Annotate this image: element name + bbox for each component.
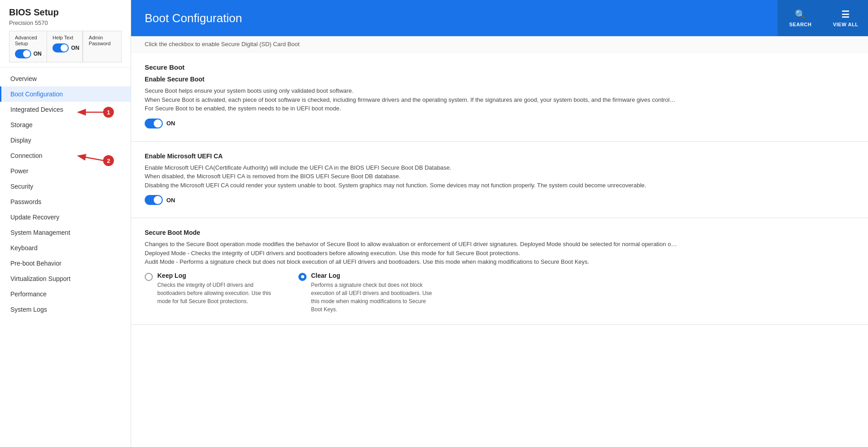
microsoft-uefi-desc: Enable Microsoft UEFI CA(Certificate Aut… — [145, 163, 854, 190]
sidebar-item-passwords[interactable]: Passwords — [0, 194, 131, 209]
microsoft-uefi-desc2: When disabled, the Microsoft UEFI CA is … — [145, 173, 401, 180]
sidebar-item-system-management[interactable]: System Management — [0, 225, 131, 240]
sidebar-header: BIOS Setup Precision 5570 Advanced Setup… — [0, 0, 131, 67]
secure-boot-section-label: Secure Boot — [145, 63, 854, 71]
microsoft-uefi-state: ON — [166, 197, 175, 204]
enable-secure-boot-toggle-row: ON — [145, 119, 854, 128]
view-all-label: VIEW ALL — [833, 22, 858, 27]
sidebar-item-overview[interactable]: Overview — [0, 71, 131, 86]
sidebar-item-update-recovery[interactable]: Update Recovery — [0, 209, 131, 225]
enable-secure-boot-desc: Secure Boot helps ensure your system boo… — [145, 86, 854, 113]
secure-boot-mode-label: Secure Boot Mode — [145, 229, 854, 236]
advanced-setup-toggle-block: Advanced Setup ON — [9, 31, 47, 62]
search-label: SEARCH — [789, 22, 811, 27]
main-content: Boot Configuration 🔍 SEARCH ☰ VIEW ALL C… — [131, 0, 868, 447]
sidebar-item-pre-boot-behavior[interactable]: Pre-boot Behavior — [0, 256, 131, 271]
secure-boot-mode-desc: Changes to the Secure Boot operation mod… — [145, 240, 854, 266]
top-bar: Boot Configuration 🔍 SEARCH ☰ VIEW ALL — [131, 0, 868, 36]
enable-desc-2: When Secure Boot is activated, each piec… — [145, 96, 675, 103]
help-text-toggle-block: Help Text ON — [47, 31, 83, 62]
keep-log-radio[interactable] — [145, 273, 153, 281]
sidebar-item-integrated-devices[interactable]: Integrated Devices — [0, 102, 131, 117]
sidebar-item-keyboard[interactable]: Keyboard — [0, 240, 131, 256]
radio-keep-log: Keep Log Checks the integrity of UDFI dr… — [145, 272, 280, 314]
enable-secure-boot-toggle[interactable] — [145, 119, 163, 128]
app-title: BIOS Setup — [9, 7, 122, 18]
keep-log-desc: Checks the integrity of UDFI drivers and… — [157, 281, 280, 305]
sidebar-item-performance[interactable]: Performance — [0, 286, 131, 302]
advanced-setup-toggle[interactable] — [15, 49, 31, 58]
boot-mode-desc3: Audit Mode - Performs a signature check … — [145, 258, 589, 265]
sidebar-item-security[interactable]: Security — [0, 179, 131, 194]
advanced-setup-toggle-row: ON — [15, 49, 42, 58]
enable-secure-boot-label: Enable Secure Boot — [145, 76, 854, 83]
sidebar-item-virtualization-support[interactable]: Virtualization Support — [0, 271, 131, 286]
enable-desc-3: For Secure Boot to be enabled, the syste… — [145, 105, 341, 112]
enable-desc-1: Secure Boot helps ensure your system boo… — [145, 87, 354, 94]
radio-clear-log: Clear Log Performs a signature check but… — [298, 272, 434, 314]
top-bar-actions: 🔍 SEARCH ☰ VIEW ALL — [778, 0, 868, 36]
scroll-hint: Click the checkbox to enable Secure Digi… — [131, 36, 868, 52]
radio-options: Keep Log Checks the integrity of UDFI dr… — [145, 272, 854, 314]
sidebar-item-storage[interactable]: Storage — [0, 117, 131, 133]
sidebar-item-display[interactable]: Display — [0, 133, 131, 148]
microsoft-uefi-toggle[interactable] — [145, 195, 163, 205]
sidebar-toggles: Advanced Setup ON Help Text ON Admin Pas… — [9, 31, 122, 62]
help-text-label: Help Text — [52, 35, 73, 41]
secure-boot-section: Secure Boot Enable Secure Boot Secure Bo… — [131, 52, 868, 142]
sidebar-item-connection[interactable]: Connection — [0, 148, 131, 163]
sidebar-item-system-logs[interactable]: System Logs — [0, 302, 131, 317]
search-button[interactable]: 🔍 SEARCH — [778, 0, 823, 36]
clear-log-desc: Performs a signature check but does not … — [311, 281, 434, 314]
sidebar-item-boot-configuration[interactable]: Boot Configuration — [0, 86, 131, 102]
app-device: Precision 5570 — [9, 19, 122, 26]
admin-password-label: Admin Password — [89, 35, 116, 47]
help-text-toggle-row: ON — [52, 43, 79, 52]
microsoft-uefi-section: Enable Microsoft UEFI CA Enable Microsof… — [131, 142, 868, 219]
enable-secure-boot-state: ON — [166, 120, 175, 127]
enable-secure-boot-subsection: Enable Secure Boot Secure Boot helps ens… — [145, 76, 854, 128]
microsoft-uefi-desc1: Enable Microsoft UEFI CA(Certificate Aut… — [145, 164, 451, 171]
boot-mode-desc1: Changes to the Secure Boot operation mod… — [145, 241, 677, 247]
secure-boot-mode-section: Secure Boot Mode Changes to the Secure B… — [131, 218, 868, 325]
sidebar: BIOS Setup Precision 5570 Advanced Setup… — [0, 0, 131, 447]
bottom-spacer — [131, 325, 868, 347]
nav-list: OverviewBoot ConfigurationIntegrated Dev… — [0, 67, 131, 447]
microsoft-uefi-label: Enable Microsoft UEFI CA — [145, 152, 854, 160]
clear-log-radio[interactable] — [298, 273, 307, 281]
admin-password-block: Admin Password — [83, 31, 122, 62]
microsoft-uefi-desc3: Disabling the Microsoft UEFI CA could re… — [145, 182, 646, 189]
content-area: Click the checkbox to enable Secure Digi… — [131, 36, 868, 447]
clear-log-label: Clear Log — [311, 272, 434, 279]
search-icon: 🔍 — [795, 9, 807, 20]
page-title: Boot Configuration — [145, 11, 242, 25]
boot-mode-desc2: Deployed Mode - Checks the integrity of … — [145, 250, 520, 257]
help-text-state: ON — [71, 45, 79, 51]
advanced-setup-label: Advanced Setup — [15, 35, 41, 47]
view-all-button[interactable]: ☰ VIEW ALL — [823, 0, 868, 36]
sidebar-item-power[interactable]: Power — [0, 163, 131, 179]
keep-log-label: Keep Log — [157, 272, 280, 279]
microsoft-uefi-toggle-row: ON — [145, 195, 854, 205]
help-text-toggle[interactable] — [52, 43, 69, 52]
advanced-setup-state: ON — [33, 51, 42, 57]
view-all-icon: ☰ — [841, 9, 850, 20]
